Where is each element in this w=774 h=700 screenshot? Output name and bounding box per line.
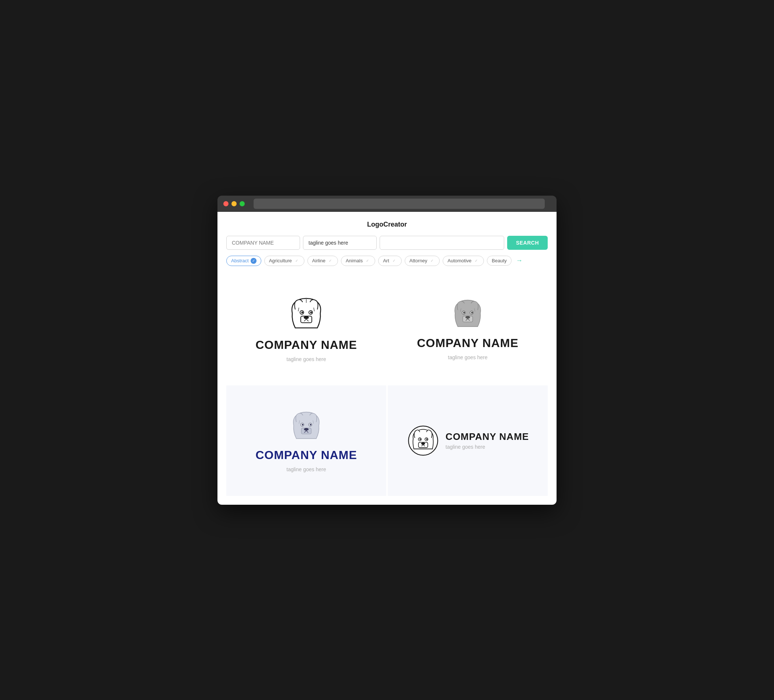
search-button[interactable]: SEARCH	[507, 236, 548, 250]
logo-layout-2: COMPANY NAME tagline goes here	[417, 297, 519, 360]
svg-point-23	[302, 424, 304, 426]
logo-text-block-4: COMPANY NAME tagline goes here	[446, 431, 529, 450]
dog-icon-3	[290, 409, 323, 446]
company-name-input[interactable]	[226, 236, 300, 250]
browser-window: LogoCreator SEARCH Abstract ✓ Agricultur…	[217, 196, 557, 505]
svg-point-13	[463, 312, 465, 314]
category-tag-attorney[interactable]: Attorney ✓	[405, 256, 440, 266]
category-tag-abstract[interactable]: Abstract ✓	[226, 256, 261, 266]
logo-layout-4: COMPANY NAME tagline goes here	[407, 424, 529, 457]
next-categories-arrow[interactable]: →	[516, 257, 523, 264]
logo-card-3[interactable]: COMPANY NAME tagline goes here	[226, 385, 386, 496]
category-label-animals: Animals	[346, 258, 363, 263]
dog-icon-2	[451, 297, 484, 333]
logo-layout-1: COMPANY NAME tagline goes here	[255, 295, 357, 362]
category-label-attorney: Attorney	[410, 258, 427, 263]
svg-point-34	[419, 438, 421, 440]
check-icon-art: ✓	[391, 258, 397, 264]
check-icon-agriculture: ✓	[294, 258, 299, 264]
company-name-2: COMPANY NAME	[417, 336, 519, 350]
svg-point-24	[309, 424, 311, 426]
close-button[interactable]	[223, 201, 228, 206]
dog-icon-1	[288, 295, 325, 335]
category-label-airline: Airline	[312, 258, 326, 263]
category-label-abstract: Abstract	[231, 258, 249, 263]
minimize-button[interactable]	[232, 201, 237, 206]
tagline-3: tagline goes here	[286, 466, 326, 472]
logo-card-2[interactable]: COMPANY NAME tagline goes here	[388, 273, 548, 384]
category-tag-animals[interactable]: Animals ✓	[341, 256, 375, 266]
category-label-agriculture: Agriculture	[269, 258, 292, 263]
browser-titlebar	[217, 196, 557, 212]
svg-point-3	[310, 312, 312, 314]
logo-layout-3: COMPANY NAME tagline goes here	[255, 409, 357, 472]
app-title: LogoCreator	[226, 221, 548, 228]
check-icon-animals: ✓	[364, 258, 370, 264]
tagline-2: tagline goes here	[448, 355, 487, 360]
category-tag-art[interactable]: Art ✓	[378, 256, 402, 266]
tagline-4: tagline goes here	[446, 444, 529, 450]
svg-point-5	[304, 316, 309, 319]
logo-card-4[interactable]: COMPANY NAME tagline goes here	[388, 385, 548, 496]
check-icon-automotive: ✓	[473, 258, 479, 264]
category-tag-automotive[interactable]: Automotive ✓	[443, 256, 484, 266]
dog-icon-4	[407, 424, 440, 457]
check-icon-airline: ✓	[327, 258, 333, 264]
check-icon-attorney: ✓	[429, 258, 435, 264]
tagline-input[interactable]	[303, 236, 377, 250]
logo-card-1[interactable]: COMPANY NAME tagline goes here	[226, 273, 386, 384]
category-filter: Abstract ✓ Agriculture ✓ Airline ✓ Anima…	[226, 256, 548, 266]
url-bar	[253, 198, 545, 209]
category-tag-airline[interactable]: Airline ✓	[308, 256, 338, 266]
check-icon-abstract: ✓	[251, 258, 256, 264]
company-name-1: COMPANY NAME	[255, 338, 357, 352]
svg-point-2	[301, 312, 303, 314]
company-name-4: COMPANY NAME	[446, 431, 529, 442]
company-name-3: COMPANY NAME	[255, 448, 357, 462]
category-label-automotive: Automotive	[447, 258, 471, 263]
svg-point-14	[471, 312, 473, 314]
svg-point-35	[426, 438, 428, 440]
logo-grid: COMPANY NAME tagline goes here	[226, 273, 548, 496]
category-label-art: Art	[383, 258, 389, 263]
svg-point-16	[465, 316, 470, 319]
svg-point-37	[421, 442, 425, 444]
search-bar: SEARCH	[226, 236, 548, 250]
app-content: LogoCreator SEARCH Abstract ✓ Agricultur…	[217, 212, 557, 505]
tagline-1: tagline goes here	[286, 356, 326, 362]
category-tag-beauty[interactable]: Beauty	[487, 256, 511, 266]
category-tag-agriculture[interactable]: Agriculture ✓	[264, 256, 304, 266]
svg-point-26	[304, 428, 309, 431]
category-label-beauty: Beauty	[492, 258, 506, 263]
extra-search-input[interactable]	[380, 236, 504, 250]
maximize-button[interactable]	[240, 201, 245, 206]
